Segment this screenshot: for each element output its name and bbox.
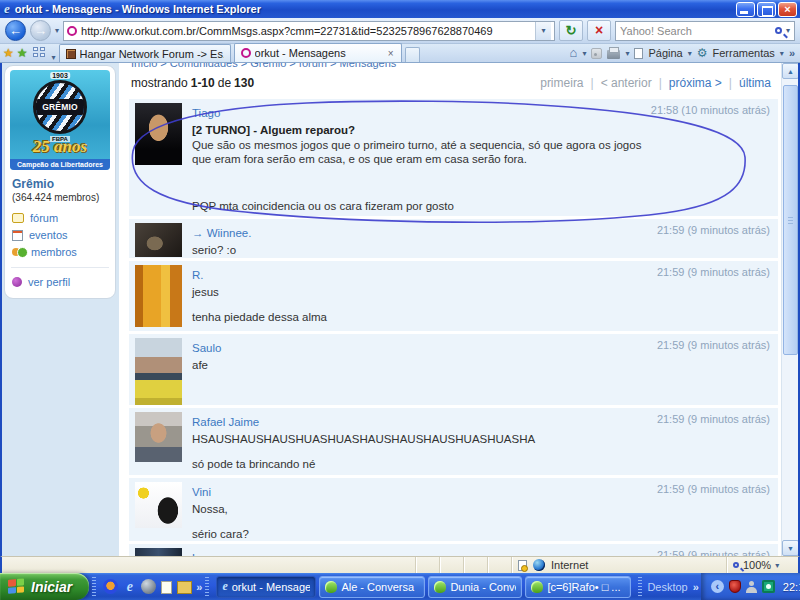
security-alert-icon[interactable] xyxy=(729,580,741,593)
new-tab-stub[interactable] xyxy=(405,47,420,62)
tab-orkut-mensagens[interactable]: orkut - Mensagens × xyxy=(234,43,402,62)
tools-dropdown-icon[interactable]: ▾ xyxy=(780,49,784,58)
messenger-icon xyxy=(434,581,446,593)
home-icon[interactable]: ⌂ xyxy=(570,46,578,60)
taskbar-button[interactable]: Dunia - Conversa xyxy=(428,576,522,598)
author-link[interactable]: Saulo xyxy=(192,342,221,354)
author-link[interactable]: → Wiinnee. xyxy=(192,227,251,239)
user-icon[interactable] xyxy=(746,581,757,593)
results-header: mostrando 1-10 de 130 primeira|< anterio… xyxy=(131,76,771,90)
internet-explorer-icon[interactable]: e xyxy=(123,579,136,594)
community-badge-image[interactable]: 1903 GRÊMIO FBPA 25 anos Campeão da Libe… xyxy=(10,70,110,170)
events-calendar-icon xyxy=(12,230,23,241)
message-timestamp: 21:59 (9 minutos atrás) xyxy=(657,549,770,556)
status-cell xyxy=(463,557,487,573)
community-name[interactable]: Grêmio xyxy=(12,177,108,191)
rss-feed-icon[interactable] xyxy=(591,48,602,59)
minimize-button[interactable] xyxy=(736,2,755,17)
desktop-overflow-icon[interactable]: » xyxy=(693,581,699,593)
message-text-line: Nossa, xyxy=(192,502,652,516)
sidebar-item-eventos[interactable]: eventos xyxy=(12,229,108,241)
close-button[interactable]: × xyxy=(778,2,797,17)
address-bar[interactable]: http://www.orkut.com.br/CommMsgs.aspx?cm… xyxy=(63,21,555,41)
taskbar-button[interactable]: eorkut - Mensage... xyxy=(216,576,316,598)
refresh-button[interactable]: ↻ xyxy=(559,20,583,41)
message-row: Vini 21:59 (9 minutos atrás) Nossa,sério… xyxy=(129,478,778,541)
search-input[interactable]: Yahoo! Search ▾ xyxy=(615,21,795,41)
showing-label: mostrando xyxy=(131,76,188,90)
author-link[interactable]: Tiago xyxy=(192,107,220,119)
gear-icon[interactable]: ⚙ xyxy=(697,46,708,60)
screen: e orkut - Mensagens - Windows Internet E… xyxy=(0,0,800,600)
user-avatar[interactable] xyxy=(135,103,182,165)
pagination-link: primeira xyxy=(540,76,583,90)
message-body: R. 21:59 (9 minutos atrás) jesustenha pi… xyxy=(192,265,772,327)
print-icon[interactable] xyxy=(607,50,620,59)
user-avatar[interactable] xyxy=(135,223,182,257)
document-icon[interactable] xyxy=(161,581,172,594)
page-icon[interactable] xyxy=(634,48,643,59)
toolbar-handle[interactable] xyxy=(205,577,209,597)
zoom-dropdown-icon[interactable]: ▾ xyxy=(775,561,779,570)
message-text-line: Que são os mesmos jogos que o primeiro t… xyxy=(192,138,652,166)
message-body: Vini 21:59 (9 minutos atrás) Nossa,sério… xyxy=(192,482,772,537)
taskbar-button[interactable]: [c=6]Rafo• □ ... xyxy=(525,576,631,598)
page-menu-label[interactable]: Página xyxy=(648,47,682,59)
back-button[interactable]: ← xyxy=(5,20,26,41)
history-dropdown-icon[interactable]: ▾ xyxy=(55,26,59,35)
quick-tabs-icon[interactable] xyxy=(33,47,47,60)
tools-menu-label[interactable]: Ferramentas xyxy=(713,47,775,59)
tab-close-icon[interactable]: × xyxy=(387,48,395,59)
user-avatar[interactable] xyxy=(135,482,182,528)
print-dropdown-icon[interactable]: ▾ xyxy=(625,49,629,58)
vertical-scrollbar[interactable]: ▲ ▼ xyxy=(781,63,798,556)
forum-icon xyxy=(12,213,24,223)
stop-button[interactable]: × xyxy=(587,20,611,41)
toolbar-handle[interactable] xyxy=(92,577,96,597)
notes-icon[interactable] xyxy=(177,581,192,594)
message-row: Rafael Jaime 21:59 (9 minutos atrás) HSA… xyxy=(129,408,778,475)
messenger-icon[interactable] xyxy=(141,579,156,594)
toolbar-handle[interactable] xyxy=(638,577,642,597)
tab-hangar-forum[interactable]: Hangar Network Forum -> Es... xyxy=(59,44,231,62)
favorites-icon[interactable]: ★ xyxy=(3,45,14,62)
search-dropdown-icon[interactable]: ▾ xyxy=(786,26,790,35)
home-dropdown-icon[interactable]: ▾ xyxy=(582,49,586,58)
url-text[interactable]: http://www.orkut.com.br/CommMsgs.aspx?cm… xyxy=(81,25,531,37)
scrollbar-thumb[interactable] xyxy=(783,85,798,355)
user-avatar[interactable] xyxy=(135,412,182,462)
start-button[interactable]: Iniciar xyxy=(0,573,89,600)
address-dropdown-icon[interactable]: ▾ xyxy=(535,22,551,40)
breadcrumb[interactable]: Início > Comunidades > Grêmio > fórum > … xyxy=(131,63,781,69)
user-avatar[interactable] xyxy=(135,548,182,556)
desktop-label[interactable]: Desktop xyxy=(647,581,687,593)
zoom-control[interactable]: 100% ▾ xyxy=(726,557,798,573)
message-text: afe xyxy=(192,358,772,372)
scroll-up-icon[interactable]: ▲ xyxy=(782,63,799,79)
user-avatar[interactable] xyxy=(135,338,182,405)
add-favorite-icon[interactable]: ★ xyxy=(17,45,28,62)
user-avatar[interactable] xyxy=(135,265,182,327)
author-link[interactable]: Vini xyxy=(192,486,211,498)
taskbar-button[interactable]: Ale - Conversa xyxy=(319,576,425,598)
hide-icons-icon[interactable]: ‹ xyxy=(711,580,724,593)
quicklaunch-overflow-icon[interactable]: » xyxy=(196,581,202,593)
tab-list-dropdown-icon[interactable]: ▾ xyxy=(52,53,56,62)
author-link[interactable]: R. xyxy=(192,269,204,281)
author-link[interactable]: Rafael Jaime xyxy=(192,416,259,428)
message-text-line: PQP mta coincidencia ou os cara fizeram … xyxy=(192,199,652,213)
pagination-link[interactable]: última xyxy=(739,76,771,90)
message-text-line xyxy=(192,446,652,457)
sidebar-item-ver-perfil[interactable]: ver perfil xyxy=(12,276,108,288)
scroll-down-icon[interactable]: ▼ xyxy=(782,540,799,556)
media-player-icon[interactable] xyxy=(103,579,118,594)
restore-button[interactable] xyxy=(757,2,776,17)
forward-button[interactable]: → xyxy=(30,20,51,41)
app-icon[interactable] xyxy=(762,580,775,593)
search-icon[interactable] xyxy=(775,27,782,34)
sidebar-item-membros[interactable]: membros xyxy=(12,246,108,258)
pagination-link[interactable]: próxima > xyxy=(669,76,722,90)
sidebar-item-forum[interactable]: fórum xyxy=(12,212,108,224)
page-dropdown-icon[interactable]: ▾ xyxy=(688,49,692,58)
toolbar-overflow-icon[interactable]: » xyxy=(789,47,795,59)
